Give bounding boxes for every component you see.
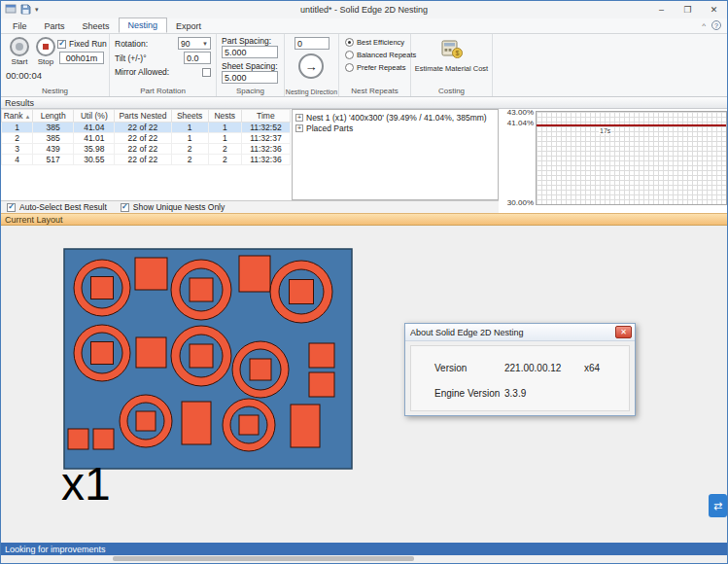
part-spacing-input[interactable] (222, 46, 278, 58)
table-header-row: Rank▲ Length Util (%) Parts Nested Sheet… (2, 110, 291, 123)
checkbox-icon (121, 203, 129, 212)
estimate-material-cost-button[interactable]: $ Estimate Material Cost (411, 39, 492, 73)
tab-file[interactable]: File (4, 19, 36, 33)
part-rect[interactable] (93, 429, 114, 449)
stop-button[interactable]: Stop (33, 37, 58, 66)
dialog-close-button[interactable]: ✕ (615, 326, 632, 338)
part-ring[interactable] (270, 261, 332, 323)
tab-nesting[interactable]: Nesting (119, 18, 168, 33)
direction-angle-input[interactable] (295, 37, 329, 50)
dialog-inner-panel (410, 345, 630, 411)
collapse-ribbon-icon[interactable]: ^ (702, 21, 706, 30)
maximize-button[interactable]: ❐ (675, 1, 701, 18)
dialog-title-bar[interactable]: About Solid Edge 2D Nesting ✕ (405, 324, 635, 341)
col-nests[interactable]: Nests (208, 110, 241, 123)
nesting-direction-button[interactable]: → (298, 53, 324, 79)
sort-icon: ▲ (24, 114, 30, 120)
checkbox-icon (57, 40, 66, 49)
part-ring[interactable] (120, 395, 172, 447)
tree-item-nest[interactable]: + Nest 1 (x1) '400x300' (39.49% / 41.04%… (295, 112, 498, 123)
pan-control-button[interactable]: ⇄ (709, 494, 727, 517)
layout-canvas[interactable]: x1 About Solid Edge 2D Nesting ✕ Version… (1, 226, 727, 543)
col-length[interactable]: Length (33, 110, 74, 123)
fixed-run-checkbox[interactable]: Fixed Run (57, 39, 107, 49)
ribbon-options: ^ ? (702, 20, 721, 30)
window-title: untitled* - Solid Edge 2D Nesting (1, 1, 727, 18)
help-icon[interactable]: ? (711, 20, 721, 30)
radio-label: Best Efficiency (357, 38, 404, 47)
sheet-count-label: x1 (61, 457, 111, 511)
scrollbar-thumb[interactable] (113, 556, 414, 561)
part-ring[interactable] (171, 326, 231, 386)
tree-item-placed-parts[interactable]: + Placed Parts (295, 123, 498, 133)
col-parts-nested[interactable]: Parts Nested (115, 110, 171, 123)
part-rect[interactable] (309, 343, 334, 368)
part-rect[interactable] (182, 402, 211, 444)
expand-icon[interactable]: + (295, 124, 303, 132)
col-util[interactable]: Util (%) (74, 110, 115, 123)
group-label-nest-repeats: Nest Repeats (339, 87, 410, 95)
expand-icon[interactable]: + (295, 114, 303, 122)
horizontal-scrollbar[interactable] (1, 555, 727, 563)
close-button[interactable]: ✕ (701, 1, 727, 18)
col-rank[interactable]: Rank▲ (2, 110, 33, 123)
show-unique-nests-checkbox[interactable]: Show Unique Nests Only (121, 202, 225, 212)
col-time[interactable]: Time (241, 110, 290, 123)
checkbox-label: Auto-Select Best Result (19, 202, 107, 212)
utilization-chart: 43.00% 41.04% 30.00% 17s (499, 109, 728, 213)
part-ring[interactable] (232, 341, 289, 398)
auto-select-best-result-checkbox[interactable]: Auto-Select Best Result (7, 202, 107, 212)
results-options-bar: Auto-Select Best Result Show Unique Nest… (1, 200, 499, 213)
arrow-right-icon: → (305, 59, 318, 74)
table-row[interactable]: 3439 35.9822 of 22 22 11:32:36 (2, 144, 291, 155)
run-time-input[interactable] (59, 52, 104, 64)
rotation-value: 90 (181, 39, 190, 49)
radio-balanced-repeats[interactable]: Balanced Repeats (345, 51, 416, 59)
window-controls: – ❐ ✕ (648, 1, 727, 18)
part-rect[interactable] (309, 372, 334, 397)
tab-export[interactable]: Export (167, 19, 210, 33)
part-ring[interactable] (171, 260, 231, 320)
tab-sheets[interactable]: Sheets (74, 19, 119, 33)
mirror-row: Mirror Allowed: (115, 67, 211, 77)
dialog-body: Version 221.00.00.12 x64 Engine Version … (405, 341, 635, 416)
nest-tree: + Nest 1 (x1) '400x300' (39.49% / 41.04%… (292, 109, 499, 200)
part-ring[interactable] (223, 399, 275, 451)
radio-best-efficiency[interactable]: Best Efficiency (345, 38, 404, 47)
sheet-spacing-input[interactable] (222, 71, 278, 84)
results-panel: Rank▲ Length Util (%) Parts Nested Sheet… (1, 109, 727, 213)
fixed-run-label: Fixed Run (69, 39, 107, 49)
stop-button-label: Stop (38, 57, 53, 66)
table-row[interactable]: 2385 41.0122 of 22 11 11:32:37 (2, 133, 291, 144)
part-ring[interactable] (74, 325, 130, 381)
start-button[interactable]: Start (7, 37, 32, 66)
results-table: Rank▲ Length Util (%) Parts Nested Sheet… (1, 109, 292, 200)
ribbon-group-nest-repeats: Best Efficiency Balanced Repeats Prefer … (339, 34, 411, 96)
tab-parts[interactable]: Parts (36, 19, 74, 33)
start-button-label: Start (12, 57, 28, 66)
group-label-nesting: Nesting (1, 87, 109, 95)
col-sheets[interactable]: Sheets (171, 110, 208, 123)
engine-version-value: 3.3.9 (504, 388, 526, 399)
svg-text:$: $ (455, 50, 459, 56)
stop-icon (36, 37, 55, 56)
rotation-select[interactable]: 90 ▼ (178, 37, 211, 50)
current-layout-header: Current Layout (1, 213, 727, 226)
ribbon-group-costing: $ Estimate Material Cost Costing (411, 34, 493, 96)
utilization-line (537, 124, 726, 126)
table-row[interactable]: 1385 41.0422 of 22 11 11:32:52 (2, 123, 291, 133)
mirror-allowed-checkbox[interactable] (202, 68, 211, 77)
part-rect[interactable] (135, 258, 167, 290)
ribbon-tab-bar: File Parts Sheets Nesting Export (1, 18, 727, 34)
chart-annotation: 17s (599, 127, 611, 134)
tilt-input[interactable] (184, 52, 211, 64)
part-rect[interactable] (68, 429, 88, 449)
part-rect[interactable] (136, 337, 166, 368)
part-ring[interactable] (74, 260, 130, 316)
radio-prefer-repeats[interactable]: Prefer Repeats (345, 63, 405, 72)
part-rect[interactable] (239, 256, 270, 292)
table-row[interactable]: 4517 30.5522 of 22 22 11:32:36 (2, 155, 291, 165)
minimize-button[interactable]: – (648, 1, 675, 18)
part-rect[interactable] (291, 405, 320, 447)
checkbox-label: Show Unique Nests Only (133, 202, 225, 212)
